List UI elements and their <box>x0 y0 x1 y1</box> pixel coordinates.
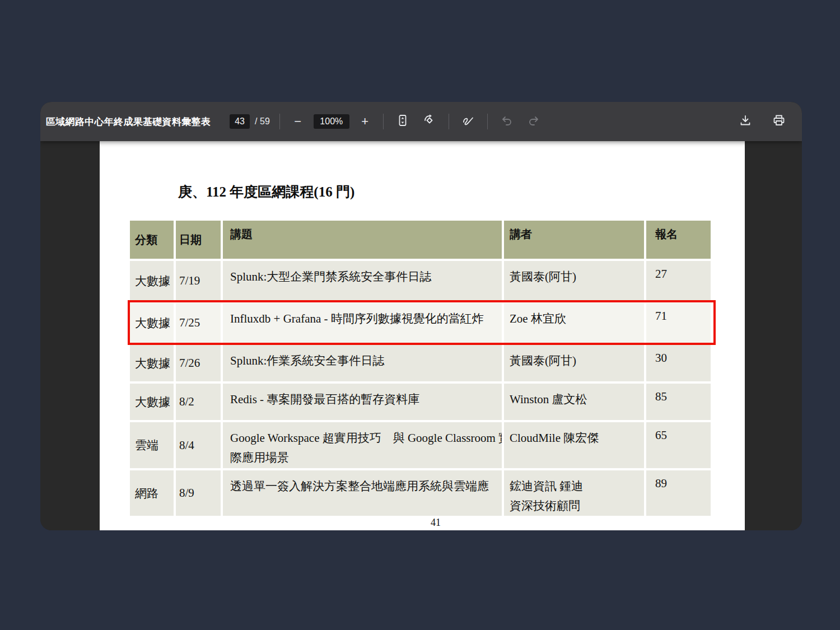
toolbar-divider <box>487 114 488 129</box>
cell-speaker: 鋐迪資訊 鍾迪資深技術顧問 <box>504 470 644 516</box>
cell-category: 大數據 <box>130 345 174 381</box>
cell-count: 30 <box>646 345 711 381</box>
cell-category: 大數據 <box>130 303 174 343</box>
cell-date: 7/19 <box>176 261 221 301</box>
toolbar-divider <box>449 114 449 129</box>
toolbar-divider <box>383 114 384 129</box>
cell-date: 8/2 <box>176 384 221 420</box>
table-row: 大數據 7/26 Splunk:作業系統安全事件日誌 黃國泰(阿甘) 30 <box>130 345 711 381</box>
print-button[interactable] <box>769 112 788 131</box>
view-controls <box>393 112 439 131</box>
page-count-label: / 59 <box>255 116 270 127</box>
cell-count: 65 <box>646 422 711 468</box>
annotate-icon <box>461 114 475 129</box>
cell-topic: Splunk:作業系統安全事件日誌 <box>223 345 502 381</box>
table-row: 雲端 8/4 Google Workspace 超實用技巧 與 Google C… <box>130 422 711 468</box>
undo-button[interactable] <box>497 112 516 131</box>
pdf-page: 庚、112 年度區網課程(16 門) 分類 日期 講題 講者 報名 大數據 7/… <box>100 141 745 530</box>
cell-category: 雲端 <box>130 422 174 468</box>
zoom-out-button[interactable]: − <box>290 113 306 130</box>
cell-speaker: 黃國泰(阿甘) <box>504 345 644 381</box>
cell-date: 7/25 <box>176 303 221 343</box>
download-button[interactable] <box>736 112 755 131</box>
cell-count: 85 <box>646 384 711 420</box>
col-header-topic: 講題 <box>223 221 502 259</box>
redo-button[interactable] <box>524 112 543 131</box>
cell-speaker: CloudMile 陳宏傑 <box>504 422 644 468</box>
redo-icon <box>527 114 540 129</box>
section-heading: 庚、112 年度區網課程(16 門) <box>178 183 354 201</box>
table-row-highlighted: 大數據 7/25 Influxdb + Grafana - 時間序列數據視覺化的… <box>130 303 711 343</box>
cell-date: 7/26 <box>176 345 221 381</box>
cell-speaker: 黃國泰(阿甘) <box>504 261 644 301</box>
pdf-viewport[interactable]: 庚、112 年度區網課程(16 門) 分類 日期 講題 講者 報名 大數據 7/… <box>40 141 802 530</box>
cell-date: 8/9 <box>176 470 221 516</box>
cell-topic: Google Workspace 超實用技巧 與 Google Classroo… <box>223 422 502 468</box>
download-icon <box>739 114 752 129</box>
document-page-number: 41 <box>418 517 454 529</box>
page-number-input[interactable]: 43 <box>230 114 250 129</box>
cell-category: 大數據 <box>130 261 174 301</box>
rotate-button[interactable] <box>420 112 439 131</box>
col-header-count: 報名 <box>646 221 711 259</box>
cell-count: 89 <box>646 470 711 516</box>
col-header-speaker: 講者 <box>504 221 644 259</box>
cell-speaker: Winston 盧文松 <box>504 384 644 420</box>
rotate-icon <box>423 114 436 129</box>
undo-icon <box>500 114 514 129</box>
table-row: 大數據 7/19 Splunk:大型企業門禁系統安全事件日誌 黃國泰(阿甘) 2… <box>130 261 711 301</box>
table-row: 大數據 8/2 Redis - 專案開發最百搭的暫存資料庫 Winston 盧文… <box>130 384 711 420</box>
cell-count: 71 <box>646 303 711 343</box>
print-icon <box>772 114 786 129</box>
cell-topic: Redis - 專案開發最百搭的暫存資料庫 <box>223 384 502 420</box>
pdf-viewer-window: 區域網路中心年終成果基礎資料彙整表 43 / 59 − 100% + <box>40 102 802 530</box>
cell-topic: Splunk:大型企業門禁系統安全事件日誌 <box>223 261 502 301</box>
col-header-category: 分類 <box>130 221 174 259</box>
page-navigation: 43 / 59 <box>230 114 270 129</box>
zoom-controls: − 100% + <box>290 113 374 130</box>
cell-category: 網路 <box>130 470 174 516</box>
zoom-level-input[interactable]: 100% <box>314 114 349 129</box>
cell-count: 27 <box>646 261 711 301</box>
cell-date: 8/4 <box>176 422 221 468</box>
table-row: 網路 8/9 透過單一簽入解決方案整合地端應用系統與雲端應 鋐迪資訊 鍾迪資深技… <box>130 470 711 516</box>
cell-topic: Influxdb + Grafana - 時間序列數據視覺化的當紅炸 <box>223 303 502 343</box>
table-header-row: 分類 日期 講題 講者 報名 <box>130 221 711 259</box>
cell-topic: 透過單一簽入解決方案整合地端應用系統與雲端應 <box>223 470 502 516</box>
annotate-button[interactable] <box>459 112 478 131</box>
toolbar-divider <box>279 114 280 129</box>
file-actions <box>736 112 788 131</box>
fit-to-page-button[interactable] <box>393 112 412 131</box>
cell-speaker: Zoe 林宜欣 <box>504 303 644 343</box>
fit-to-page-icon <box>396 114 409 129</box>
document-title: 區域網路中心年終成果基礎資料彙整表 <box>46 115 211 128</box>
col-header-date: 日期 <box>176 221 221 259</box>
cell-category: 大數據 <box>130 384 174 420</box>
history-controls <box>497 112 543 131</box>
course-table: 分類 日期 講題 講者 報名 大數據 7/19 Splunk:大型企業門禁系統安… <box>128 218 713 518</box>
zoom-in-button[interactable]: + <box>357 113 374 130</box>
pdf-toolbar: 區域網路中心年終成果基礎資料彙整表 43 / 59 − 100% + <box>40 102 802 141</box>
